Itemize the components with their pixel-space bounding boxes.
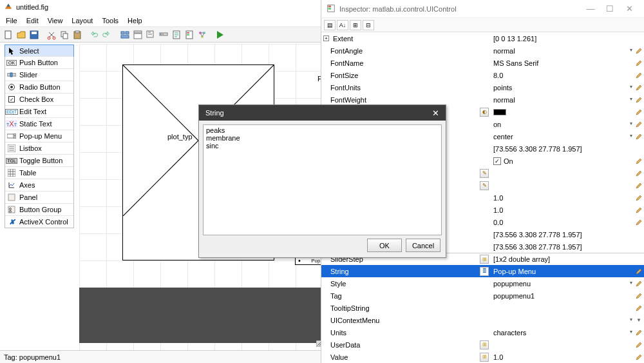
chevron-down-icon[interactable]: ▾	[630, 133, 632, 139]
chevron-down-icon[interactable]: ▼	[636, 317, 641, 323]
edit-pencil-icon[interactable]	[636, 219, 642, 226]
edit-pencil-icon[interactable]	[636, 329, 642, 336]
palette-item-radio[interactable]: Radio Button	[5, 81, 73, 93]
expand-icon[interactable]: ⊞	[350, 20, 361, 30]
array-editor-icon[interactable]: ⊞	[480, 255, 489, 264]
chevron-down-icon[interactable]: ▾	[630, 121, 632, 126]
string-textarea[interactable]	[203, 124, 442, 235]
editor-icon[interactable]	[171, 29, 182, 41]
chevron-down-icon[interactable]: ▾	[630, 84, 632, 90]
property-row-Tag[interactable]: Tagpopupmenu1	[321, 289, 644, 302]
property-row-String[interactable]: String≣Pop-up Menu	[321, 265, 644, 277]
edit-pencil-icon[interactable]	[636, 158, 642, 164]
palette-item-toggle[interactable]: TGLToggle Button	[5, 154, 73, 166]
palette-item-push[interactable]: OKPush Button	[5, 56, 73, 68]
property-row-TooltipString[interactable]: TooltipString	[321, 302, 644, 314]
property-row-Units[interactable]: Unitscharacters▾	[321, 326, 644, 338]
edit-pencil-icon[interactable]	[636, 195, 642, 201]
menu-view[interactable]: View	[43, 17, 68, 25]
edit-pencil-icon[interactable]	[636, 342, 642, 348]
palette-item-activex[interactable]: ✘ActiveX Control	[5, 215, 73, 228]
edit-pencil-icon[interactable]	[636, 354, 642, 360]
edit-pencil-icon[interactable]	[636, 133, 642, 140]
toolbar-editor-icon[interactable]	[158, 29, 169, 41]
new-icon[interactable]	[3, 29, 14, 41]
property-row-Extent[interactable]: +Extent[0 0 13 1.261]	[321, 32, 644, 44]
palette-item-panel[interactable]: Panel	[5, 191, 73, 203]
edit-pencil-icon[interactable]	[636, 48, 642, 54]
minimize-icon[interactable]: —	[581, 4, 600, 14]
palette-item-slider[interactable]: Slider	[5, 68, 73, 81]
open-icon[interactable]	[15, 29, 27, 41]
cut-icon[interactable]	[46, 29, 57, 41]
property-row-UserData[interactable]: UserData⊞	[321, 338, 644, 351]
picker-icon[interactable]: ✎	[480, 181, 489, 190]
palette-item-popup[interactable]: Pop-up Menu	[5, 130, 73, 142]
expand-icon[interactable]: +	[323, 35, 329, 41]
chevron-down-icon[interactable]: ▾	[630, 96, 632, 102]
palette-item-edit[interactable]: ED|TEdit Text	[5, 105, 73, 117]
align-icon[interactable]	[119, 29, 131, 41]
edit-pencil-icon[interactable]	[636, 305, 642, 311]
menu-edit[interactable]: Edit	[22, 17, 43, 25]
menu-editor-icon[interactable]	[132, 29, 144, 41]
chevron-down-icon[interactable]: ▾	[630, 329, 632, 335]
close-icon[interactable]: ✕	[432, 108, 439, 118]
property-row-Value[interactable]: Value⊞1.0	[321, 351, 644, 363]
object-browser-icon[interactable]	[196, 29, 208, 41]
save-icon[interactable]	[28, 29, 40, 41]
resize-handle-icon[interactable]	[316, 340, 321, 347]
cancel-button[interactable]: Cancel	[406, 239, 440, 252]
edit-pencil-icon[interactable]	[636, 268, 642, 275]
property-row-FontUnits[interactable]: FontUnitspoints▾	[321, 81, 644, 93]
array-editor-icon[interactable]: ⊞	[480, 353, 489, 362]
chevron-down-icon[interactable]: ▾	[630, 317, 632, 322]
menu-layout[interactable]: Layout	[67, 17, 97, 25]
palette-item-axes[interactable]: Axes	[5, 179, 73, 191]
dialog-titlebar[interactable]: String ✕	[199, 105, 446, 121]
picker-icon[interactable]: ✎	[480, 169, 489, 178]
menu-help[interactable]: Help	[123, 17, 147, 25]
palette-item-bgroup[interactable]: Button Group	[5, 203, 73, 215]
palette-item-table[interactable]: Table	[5, 166, 73, 179]
menu-file[interactable]: File	[1, 17, 22, 25]
copy-icon[interactable]	[59, 29, 70, 41]
array-editor-icon[interactable]: ⊞	[480, 340, 489, 349]
run-icon[interactable]	[214, 29, 225, 41]
property-row-FontSize[interactable]: FontSize8.0	[321, 69, 644, 81]
sort-categorize-icon[interactable]: ▤	[324, 20, 336, 30]
edit-pencil-icon[interactable]	[636, 293, 642, 299]
checkbox-on-icon[interactable]: ✓	[493, 157, 501, 165]
maximize-icon[interactable]: ☐	[600, 4, 620, 14]
paste-icon[interactable]	[71, 29, 83, 41]
palette-item-cursor[interactable]: Select	[5, 44, 74, 57]
menubar[interactable]: File Edit View Layout Tools Help	[0, 14, 321, 27]
collapse-icon[interactable]: ⊟	[363, 20, 374, 30]
edit-pencil-icon[interactable]	[636, 207, 642, 213]
property-inspector-icon[interactable]	[184, 29, 195, 41]
edit-pencil-icon[interactable]	[636, 280, 642, 287]
static-text-plot-type[interactable]: plot_typ	[167, 133, 193, 141]
edit-pencil-icon[interactable]	[636, 72, 642, 79]
palette-item-static[interactable]: TXTStatic Text	[5, 117, 73, 130]
close-icon[interactable]: ✕	[620, 4, 639, 14]
edit-pencil-icon[interactable]	[636, 121, 642, 128]
redo-icon[interactable]	[102, 29, 113, 41]
chevron-down-icon[interactable]: ▾	[630, 280, 632, 286]
palette-item-check[interactable]: ✓Check Box	[5, 93, 73, 105]
palette-item-listbox[interactable]: Listbox	[5, 142, 73, 154]
static-text-caption[interactable]: Plot Type	[317, 75, 321, 83]
edit-pencil-icon[interactable]	[636, 97, 642, 103]
edit-pencil-icon[interactable]	[636, 109, 642, 115]
menu-tools[interactable]: Tools	[97, 17, 123, 25]
chevron-down-icon[interactable]: ▾	[630, 47, 632, 53]
ok-button[interactable]: OK	[367, 239, 402, 252]
string-list-icon[interactable]: ≣	[480, 267, 489, 276]
property-row-Style[interactable]: Stylepopupmenu▾	[321, 277, 644, 289]
edit-pencil-icon[interactable]	[636, 170, 642, 177]
property-row-FontName[interactable]: FontNameMS Sans Serif	[321, 57, 644, 69]
property-row-FontAngle[interactable]: FontAnglenormal▾	[321, 44, 644, 57]
edit-pencil-icon[interactable]	[636, 182, 642, 189]
tab-order-icon[interactable]	[145, 29, 156, 41]
edit-pencil-icon[interactable]	[636, 60, 642, 66]
